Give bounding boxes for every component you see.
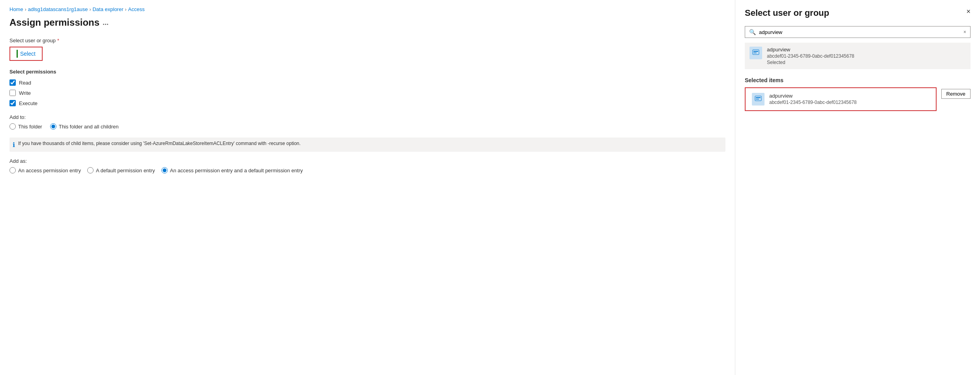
info-message: ℹ If you have thousands of child items, …: [9, 138, 725, 152]
user-avatar-icon: [750, 47, 762, 59]
execute-checkbox[interactable]: [9, 100, 16, 106]
access-permission-label: An access permission entry: [18, 168, 81, 173]
more-options-icon[interactable]: ...: [103, 19, 109, 27]
user-info: adpurview abcdef01-2345-6789-0abc-def012…: [767, 47, 854, 65]
breadcrumb-access[interactable]: Access: [128, 6, 145, 12]
user-group-label: Select user or group *: [9, 38, 725, 43]
select-button-label: Select: [20, 51, 36, 57]
checkbox-execute: Execute: [9, 100, 725, 106]
search-clear-button[interactable]: ×: [963, 29, 966, 35]
breadcrumb-sep-3: ›: [125, 7, 127, 12]
radio-access-permission: An access permission entry: [9, 167, 81, 173]
checkbox-read: Read: [9, 79, 725, 86]
this-folder-all-label: This folder and all children: [59, 124, 119, 130]
user-list: adpurview abcdef01-2345-6789-0abc-def012…: [745, 43, 971, 69]
breadcrumb-storage[interactable]: adlsg1datascans1rg1ause: [28, 6, 88, 12]
add-to-label: Add to:: [9, 114, 725, 120]
add-as-radio-group: An access permission entry A default per…: [9, 167, 725, 173]
permissions-title: Select permissions: [9, 69, 725, 75]
this-folder-label: This folder: [18, 124, 42, 130]
panel-title: Select user or group: [745, 8, 971, 18]
permissions-section: Select permissions Read Write Execute: [9, 69, 725, 106]
selected-item-box: adpurview abcdef01-2345-6789-0abc-def012…: [745, 87, 937, 111]
write-checkbox[interactable]: [9, 90, 16, 96]
default-permission-label: A default permission entry: [96, 168, 155, 173]
breadcrumb-sep-1: ›: [25, 7, 26, 12]
access-and-default-label: An access permission entry and a default…: [170, 168, 303, 173]
search-box: 🔍 ×: [745, 26, 971, 38]
svg-rect-4: [756, 97, 761, 98]
breadcrumb: Home › adlsg1datascans1rg1ause › Data ex…: [9, 6, 725, 12]
checkbox-write: Write: [9, 90, 725, 96]
info-icon: ℹ: [13, 141, 15, 149]
close-button[interactable]: ×: [966, 8, 971, 15]
selected-user-avatar: [752, 93, 765, 106]
remove-button[interactable]: Remove: [941, 89, 971, 99]
svg-rect-1: [753, 51, 758, 52]
svg-rect-0: [753, 50, 759, 55]
left-panel: Home › adlsg1datascans1rg1ause › Data ex…: [0, 0, 735, 375]
page-title-area: Assign permissions ...: [9, 17, 725, 28]
user-group-section: Select user or group * Select: [9, 38, 725, 61]
user-name: adpurview: [767, 47, 854, 53]
required-marker: *: [57, 38, 59, 43]
selected-items-area: adpurview abcdef01-2345-6789-0abc-def012…: [745, 87, 971, 111]
search-icon: 🔍: [749, 29, 756, 35]
right-panel: Select user or group × 🔍 × adpurview abc…: [735, 0, 980, 375]
page-title: Assign permissions: [9, 17, 99, 28]
selected-user-name: adpurview: [769, 93, 857, 99]
read-label: Read: [19, 80, 31, 86]
user-id: abcdef01-2345-6789-0abc-def012345678: [767, 53, 854, 59]
write-label: Write: [19, 90, 31, 96]
radio-this-folder-all: This folder and all children: [50, 123, 119, 130]
select-button[interactable]: Select: [17, 50, 36, 58]
search-input[interactable]: [759, 29, 960, 35]
access-permission-radio[interactable]: [9, 167, 16, 173]
radio-this-folder: This folder: [9, 123, 42, 130]
add-to-radio-group: This folder This folder and all children: [9, 123, 725, 130]
execute-label: Execute: [19, 100, 37, 106]
select-btn-bar: [17, 50, 18, 58]
radio-access-and-default: An access permission entry and a default…: [161, 167, 303, 173]
breadcrumb-sep-2: ›: [89, 7, 91, 12]
add-as-label: Add as:: [9, 158, 725, 164]
read-checkbox[interactable]: [9, 79, 16, 86]
svg-rect-5: [756, 99, 759, 100]
breadcrumb-data-explorer[interactable]: Data explorer: [92, 6, 123, 12]
svg-rect-2: [753, 53, 757, 53]
default-permission-radio[interactable]: [87, 167, 94, 173]
selected-user-info: adpurview abcdef01-2345-6789-0abc-def012…: [769, 93, 857, 105]
breadcrumb-home[interactable]: Home: [9, 6, 23, 12]
info-text: If you have thousands of child items, pl…: [18, 141, 301, 146]
access-and-default-radio[interactable]: [161, 167, 168, 173]
this-folder-radio[interactable]: [9, 123, 16, 130]
radio-default-permission: A default permission entry: [87, 167, 155, 173]
selected-user-id: abcdef01-2345-6789-0abc-def012345678: [769, 100, 857, 105]
add-to-section: Add to: This folder This folder and all …: [9, 114, 725, 130]
svg-rect-3: [755, 96, 761, 101]
add-as-section: Add as: An access permission entry A def…: [9, 158, 725, 173]
list-item[interactable]: adpurview abcdef01-2345-6789-0abc-def012…: [745, 43, 971, 69]
this-folder-all-radio[interactable]: [50, 123, 56, 130]
user-selected-status: Selected: [767, 60, 854, 65]
selected-section-title: Selected items: [745, 77, 971, 83]
selected-section: Selected items adpurview abcdef01-2345-6…: [745, 77, 971, 111]
select-button-wrapper: Select: [9, 47, 43, 61]
